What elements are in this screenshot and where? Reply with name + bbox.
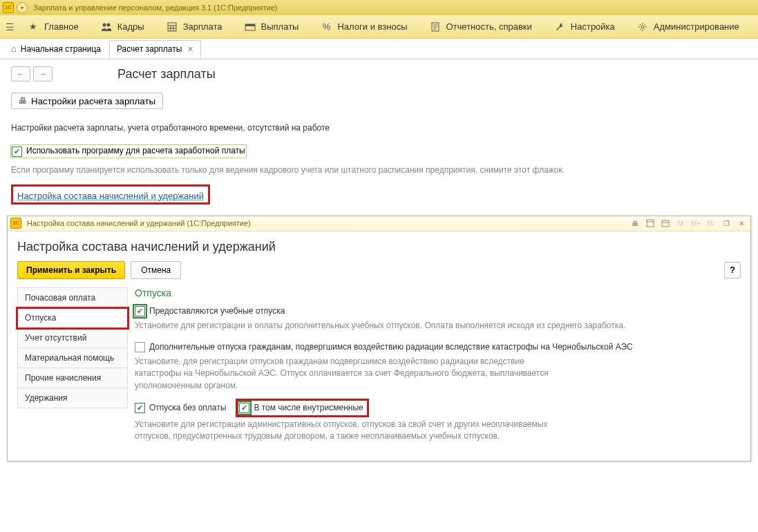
menu-kadry[interactable]: Кадры — [90, 15, 155, 39]
app-dropdown-button[interactable] — [17, 2, 28, 13]
page-title: Расчет зарплаты — [117, 67, 216, 82]
tab-current-label: Расчет зарплаты — [117, 44, 182, 54]
sub-body: Настройка состава начислений и удержаний… — [8, 231, 750, 461]
unpaid-leave-checkbox[interactable]: ✔ — [135, 403, 145, 413]
menu-otchet[interactable]: Отчетность, справки — [419, 15, 543, 39]
gear-icon — [637, 21, 648, 32]
menu-label: Зарплата — [183, 21, 222, 32]
pane-title: Отпуска — [135, 287, 734, 298]
button-row: Применить и закрыть Отмена ? — [17, 261, 741, 279]
svg-rect-16 — [662, 220, 669, 227]
study-leave-checkbox[interactable]: ✔ — [135, 306, 145, 316]
menu-label: Главное — [44, 21, 79, 32]
percent-icon: % — [321, 21, 332, 32]
chernobyl-checkbox[interactable]: ✔ — [135, 342, 145, 352]
menu-main[interactable]: ★ Главное — [17, 15, 90, 39]
svg-rect-8 — [245, 24, 255, 26]
print-icon: 🖶 — [19, 96, 27, 106]
study-leave-help: Установите для регистрации и оплаты допо… — [135, 320, 734, 332]
print-icon[interactable]: 🖶 — [629, 218, 641, 229]
unpaid-leave-label: Отпуска без оплаты — [149, 402, 226, 414]
subwindow: 1C Настройка состава начислений и удержа… — [7, 216, 751, 462]
chernobyl-help: Установите, для регистрации отпусков гра… — [135, 356, 563, 392]
report-icon — [430, 21, 441, 32]
tab-close-icon[interactable]: ✕ — [187, 45, 193, 54]
star-icon: ★ — [28, 21, 39, 32]
menu-vyplaty[interactable]: Выплаты — [234, 15, 310, 39]
intrashift-checkbox[interactable]: ✔ — [239, 403, 249, 413]
memory-mplus-button[interactable]: М+ — [690, 218, 702, 229]
memory-m-button[interactable]: М — [674, 218, 687, 229]
use-program-label: Использовать программу для расчета зараб… — [26, 146, 245, 155]
settings-payroll-label: Настройки расчета зарплаты — [31, 96, 155, 106]
nav-back-button[interactable]: ← — [11, 66, 30, 82]
tab-home[interactable]: ⌂ Начальная страница — [3, 39, 109, 59]
sidebar-item-material-aid[interactable]: Материальная помощь — [17, 348, 128, 368]
sub-titlebar: 1C Настройка состава начислений и удержа… — [8, 216, 750, 231]
opt-chernobyl-row: ✔ Дополнительные отпуска гражданам, подв… — [135, 341, 734, 353]
study-leave-label: Предоставляются учебные отпуска — [149, 305, 285, 317]
home-icon: ⌂ — [11, 44, 17, 54]
cancel-button[interactable]: Отмена — [131, 261, 181, 279]
intrashift-label: В том числе внутрисменные — [254, 402, 363, 414]
settings-payroll-button[interactable]: 🖶 Настройки расчета зарплаты — [11, 93, 163, 109]
wrench-icon — [554, 21, 565, 32]
main-menu: ☰ ★ Главное Кадры Зарплата Выплаты % Нал… — [0, 15, 758, 39]
unpaid-leave-row: ✔ Отпуска без оплаты — [135, 402, 226, 414]
menu-label: Настройка — [571, 21, 615, 32]
nav-row: ← → Расчет зарплаты — [11, 66, 747, 82]
restore-window-icon[interactable]: ❐ — [720, 218, 732, 229]
sidebar-item-vacations[interactable]: Отпуска — [17, 308, 128, 328]
menu-zarplata[interactable]: Зарплата — [155, 15, 234, 39]
chernobyl-label: Дополнительные отпуска гражданам, подвер… — [149, 341, 633, 353]
logo-1c-icon: 1C — [3, 2, 14, 13]
menu-label: Отчетность, справки — [446, 21, 532, 32]
svg-point-0 — [102, 23, 106, 26]
logo-1c-icon: 1C — [10, 218, 21, 229]
content-split: Почасовая оплата Отпуска Учет отсутствий… — [17, 287, 741, 453]
use-program-help: Если программу планируется использовать … — [11, 164, 747, 176]
calendar-icon[interactable] — [659, 218, 672, 229]
menu-label: Администрирование — [654, 21, 739, 32]
settings-sidebar: Почасовая оплата Отпуска Учет отсутствий… — [17, 287, 128, 453]
info-text: Настройки расчета зарплаты, учета отрабо… — [11, 123, 747, 133]
people-icon — [101, 21, 112, 32]
apply-close-button[interactable]: Применить и закрыть — [17, 261, 125, 279]
link-highlight-box: Настройка состава начислений и удержаний — [11, 184, 210, 205]
menu-admin[interactable]: Администрирование — [626, 15, 750, 39]
menu-label: Выплаты — [261, 21, 299, 32]
sidebar-item-absences[interactable]: Учет отсутствий — [17, 328, 128, 348]
use-program-checkbox[interactable]: ✔ — [12, 146, 22, 157]
sub-title: Настройка состава начислений и удержаний — [17, 240, 741, 254]
sub-titlebar-text: Настройка состава начислений и удержаний… — [27, 219, 251, 227]
close-icon[interactable]: ✕ — [735, 218, 748, 229]
sidebar-item-other-accruals[interactable]: Прочие начисления — [17, 368, 128, 388]
pane-vacations: Отпуска ✔ Предоставляются учебные отпуск… — [135, 287, 741, 453]
page-body: ← → Расчет зарплаты 🖶 Настройки расчета … — [0, 59, 758, 211]
menu-burger-icon[interactable]: ☰ — [0, 21, 17, 32]
calculator-icon — [167, 21, 178, 32]
menu-label: Кадры — [117, 21, 144, 32]
tab-current[interactable]: Расчет зарплаты ✕ — [109, 40, 201, 58]
menu-label: Налоги и взносы — [337, 21, 407, 32]
svg-rect-2 — [168, 23, 176, 31]
memory-mminus-button[interactable]: М- — [705, 218, 717, 229]
intrashift-row: ✔ В том числе внутрисменные — [238, 401, 366, 415]
menu-nalogi[interactable]: % Налоги и взносы — [310, 15, 418, 39]
sidebar-item-hourly[interactable]: Почасовая оплата — [17, 287, 128, 308]
menu-nastroika[interactable]: Настройка — [543, 15, 626, 39]
wallet-icon — [245, 21, 256, 32]
opt-study-leave-row: ✔ Предоставляются учебные отпуска — [135, 305, 734, 317]
help-button[interactable]: ? — [724, 262, 741, 278]
sidebar-item-deductions[interactable]: Удержания — [17, 388, 128, 408]
app-titlebar: 1C Зарплата и управление персоналом, ред… — [0, 0, 758, 15]
calc-icon[interactable] — [644, 218, 656, 229]
nav-forward-button[interactable]: → — [33, 66, 53, 82]
svg-point-1 — [106, 23, 110, 26]
app-title: Зарплата и управление персоналом, редакц… — [33, 3, 277, 12]
accruals-settings-link[interactable]: Настройка состава начислений и удержаний — [17, 191, 204, 201]
svg-point-13 — [641, 26, 644, 28]
unpaid-leave-group: ✔ Отпуска без оплаты ✔ В том числе внутр… — [135, 401, 734, 415]
svg-rect-14 — [647, 220, 654, 227]
tab-home-label: Начальная страница — [21, 44, 101, 54]
